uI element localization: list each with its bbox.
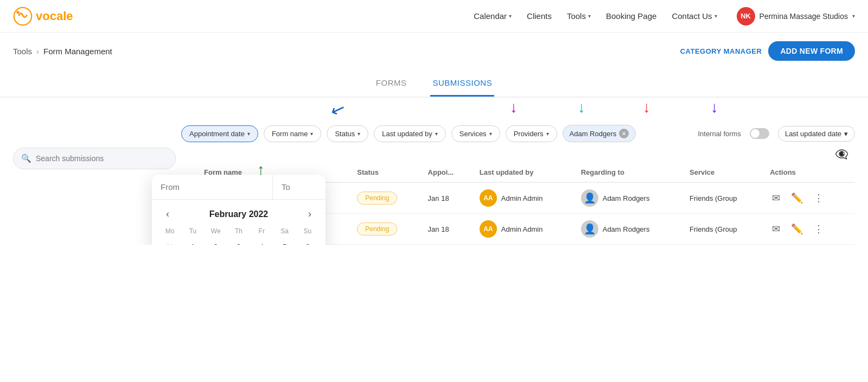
calendar-day[interactable]: 4 xyxy=(253,238,270,245)
send-email-button[interactable]: ✉ xyxy=(770,221,782,237)
visibility-off-icon[interactable]: 👁‍🗨 xyxy=(828,145,855,163)
regarding-name: Adam Rodgers xyxy=(603,194,650,202)
calendar-day[interactable]: 3 xyxy=(230,238,247,245)
chevron-down-icon: ▾ xyxy=(435,131,438,137)
filter-appointment-date[interactable]: Appointment date ▾ xyxy=(181,125,258,142)
calendar-day-header: Sa xyxy=(273,225,296,237)
nav-clients[interactable]: Clients xyxy=(527,11,552,21)
filter-adam-rodgers[interactable]: Adam Rodgers × xyxy=(563,125,636,142)
cell-updated-by: AA Admin Admin xyxy=(473,182,575,214)
person-avatar: 👤 xyxy=(581,220,598,238)
cell-actions: ✉ ✏️ ⋮ xyxy=(763,182,855,214)
logo[interactable]: vocale xyxy=(13,7,73,26)
calendar-day[interactable]: 31 xyxy=(161,238,178,245)
nav-calendar[interactable]: Calendar ▾ xyxy=(474,11,512,21)
to-date-input[interactable] xyxy=(273,175,393,199)
col-service: Service xyxy=(683,163,763,182)
cell-regarding: 👤 Adam Rodgers xyxy=(575,182,683,214)
search-icon: 🔍 xyxy=(21,154,31,163)
edit-button[interactable]: ✏️ xyxy=(789,190,805,206)
calendar-next-button[interactable]: › xyxy=(305,207,315,221)
calendar-day-header: Mo xyxy=(158,225,181,237)
calendar-grid: MoTuWeThFrSaSu 3112345678910111213141516… xyxy=(152,225,326,245)
calendar-month-title: February 2022 xyxy=(209,209,269,219)
close-icon[interactable]: × xyxy=(619,129,629,138)
updated-by-name: Admin Admin xyxy=(501,194,543,202)
filter-last-updated-by[interactable]: Last updated by ▾ xyxy=(374,125,446,142)
arrow-green-icon: ↑ xyxy=(257,161,265,179)
filter-services[interactable]: Services ▾ xyxy=(451,125,500,142)
filter-bar: Appointment date ▾ Form name ▾ Status ▾ … xyxy=(0,117,868,148)
svg-point-1 xyxy=(16,11,19,14)
arrow-purple-icon: ↓ xyxy=(711,99,718,116)
col-actions: Actions xyxy=(763,163,855,182)
calendar-day[interactable]: 1 xyxy=(184,238,201,245)
calendar-day[interactable]: 5 xyxy=(276,238,293,245)
col-appointment: Appoi... xyxy=(422,163,473,182)
person-avatar: 👤 xyxy=(581,189,598,207)
chevron-down-icon: ▾ xyxy=(546,131,549,137)
cell-date: Jan 18 xyxy=(422,182,473,214)
calendar-day-header: Fr xyxy=(250,225,273,237)
nav-booking[interactable]: Booking Page xyxy=(606,11,656,21)
breadcrumb: Tools › Form Management xyxy=(13,47,112,56)
chevron-down-icon: ▾ xyxy=(489,131,492,137)
chevron-down-icon: ▾ xyxy=(247,131,250,137)
chevron-down-icon: ▾ xyxy=(509,13,512,19)
edit-button[interactable]: ✏️ xyxy=(789,221,805,237)
nav-contact[interactable]: Contact Us ▾ xyxy=(672,11,717,21)
person-icon: 👤 xyxy=(584,223,596,235)
calendar-prev-button[interactable]: ‹ xyxy=(163,207,173,221)
breadcrumb-current: Form Management xyxy=(43,47,112,56)
chevron-down-icon: ▾ xyxy=(310,131,313,137)
arrow-magenta-icon: ↓ xyxy=(510,99,518,116)
avatar: AA xyxy=(480,189,497,207)
calendar-day-header: Th xyxy=(227,225,250,237)
avatar: AA xyxy=(480,220,497,238)
col-last-updated-by: Last updated by xyxy=(473,163,575,182)
search-panel: 🔍 xyxy=(13,148,176,245)
calendar-day[interactable]: 2 xyxy=(207,238,225,245)
cell-service: Friends (Group xyxy=(683,214,763,245)
chevron-down-icon: ▾ xyxy=(358,131,360,137)
tab-submissions[interactable]: SUBMISSIONS xyxy=(430,74,494,97)
avatar: NK xyxy=(737,7,755,26)
search-input[interactable] xyxy=(36,154,168,163)
filter-status[interactable]: Status ▾ xyxy=(327,125,368,142)
calendar-day-header: Su xyxy=(296,225,319,237)
logo-text: vocale xyxy=(36,9,73,23)
internal-forms-toggle[interactable] xyxy=(750,128,769,139)
more-options-button[interactable]: ⋮ xyxy=(812,190,826,206)
chevron-down-icon: ▾ xyxy=(588,13,591,19)
chevron-down-icon: ▾ xyxy=(844,130,848,138)
filter-providers[interactable]: Providers ▾ xyxy=(506,125,557,142)
arrow-cyan-icon: ↓ xyxy=(578,99,585,116)
last-updated-date-filter[interactable]: Last updated date ▾ xyxy=(778,126,855,142)
from-date-input[interactable] xyxy=(152,175,273,199)
add-new-form-button[interactable]: ADD NEW FORM xyxy=(768,41,855,61)
tab-forms[interactable]: FORMS xyxy=(374,74,409,97)
calendar-day-header: We xyxy=(205,225,227,237)
cell-status: Pending xyxy=(350,214,421,245)
calendar-day-header: Tu xyxy=(181,225,204,237)
status-badge: Pending xyxy=(357,222,397,235)
calendar-popup: ‹ February 2022 › MoTuWeThFrSaSu 3112345… xyxy=(152,175,326,245)
cell-updated-by: AA Admin Admin xyxy=(473,214,575,245)
calendar-day[interactable]: 6 xyxy=(299,238,316,245)
user-menu[interactable]: NK Permina Massage Studios ▾ xyxy=(737,7,855,26)
chevron-down-icon: ▾ xyxy=(714,13,717,19)
arrow-red-icon: ↓ xyxy=(643,99,650,116)
filter-form-name[interactable]: Form name ▾ xyxy=(264,125,321,142)
send-email-button[interactable]: ✉ xyxy=(770,190,782,206)
more-options-button[interactable]: ⋮ xyxy=(812,221,826,237)
cell-service: Friends (Group xyxy=(683,182,763,214)
nav-tools[interactable]: Tools ▾ xyxy=(567,11,591,21)
tabs-row: FORMS SUBMISSIONS xyxy=(0,69,868,98)
category-manager-button[interactable]: CATEGORY MANAGER xyxy=(680,47,762,55)
regarding-name: Adam Rodgers xyxy=(603,225,650,233)
cell-actions: ✉ ✏️ ⋮ xyxy=(763,214,855,245)
internal-forms-label: Internal forms xyxy=(698,130,741,138)
chevron-down-icon: ▾ xyxy=(852,13,855,19)
cell-date: Jan 18 xyxy=(422,214,473,245)
breadcrumb-parent[interactable]: Tools xyxy=(13,47,32,56)
